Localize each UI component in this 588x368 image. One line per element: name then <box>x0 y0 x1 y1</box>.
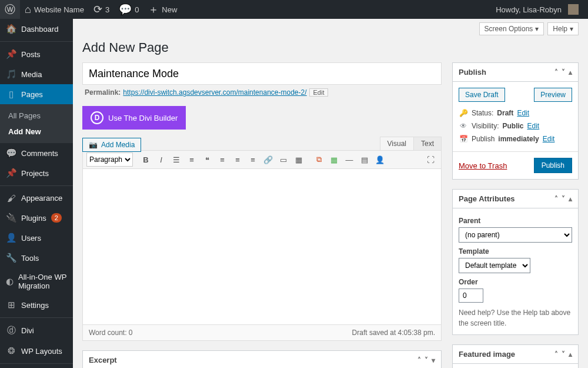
toggle-panel-icon[interactable]: ▴ <box>569 195 572 203</box>
move-up-icon[interactable]: ˄ <box>554 350 558 359</box>
editor-content-area[interactable] <box>83 169 441 324</box>
title-input[interactable] <box>82 62 442 85</box>
collapse-menu[interactable]: ◀Collapse menu <box>0 363 73 368</box>
bold-button[interactable]: B <box>139 152 153 167</box>
publish-box: Publish ˄˅▴ Save Draft Preview 🔑Status: … <box>452 62 579 180</box>
edit-schedule-link[interactable]: Edit <box>543 135 555 143</box>
comments-indicator[interactable]: 💬0 <box>114 0 143 19</box>
move-down-icon[interactable]: ˅ <box>562 195 565 203</box>
menu-wp-layouts[interactable]: ❂WP Layouts <box>0 341 73 361</box>
toolbar-toggle-button[interactable]: ▦ <box>292 152 306 167</box>
order-input[interactable] <box>459 289 483 303</box>
menu-users[interactable]: 👤Users <box>0 228 73 248</box>
menu-divi[interactable]: ⓓDivi <box>0 317 73 341</box>
permalink-link[interactable]: https://divi-switch.agsdevserver.com/mai… <box>123 88 306 97</box>
move-up-icon[interactable]: ˄ <box>417 356 421 364</box>
plugins-badge: 2 <box>51 213 62 223</box>
page-title: Add New Page <box>82 40 579 55</box>
screen-options-button[interactable]: Screen Options ▾ <box>479 22 544 35</box>
submenu-all-pages[interactable]: All Pages <box>0 108 73 124</box>
updates-indicator[interactable]: ⟳3 <box>89 0 114 19</box>
italic-button[interactable]: I <box>154 152 168 167</box>
new-content-button[interactable]: ＋New <box>143 0 182 19</box>
use-divi-builder-button[interactable]: D Use The Divi Builder <box>82 106 186 130</box>
toggle-panel-icon[interactable]: ▴ <box>569 68 572 77</box>
publish-button[interactable]: Publish <box>534 158 572 173</box>
preview-button[interactable]: Preview <box>534 88 572 102</box>
help-button[interactable]: Help ▾ <box>547 22 579 35</box>
move-up-icon[interactable]: ˄ <box>554 68 558 77</box>
admin-side-menu: 🏠Dashboard 📌Posts 🎵Media ▯Pages All Page… <box>0 19 73 368</box>
hr-button[interactable]: — <box>342 152 356 167</box>
save-draft-button[interactable]: Save Draft <box>459 88 505 102</box>
site-name-link[interactable]: ⌂Website Name <box>20 0 89 19</box>
move-down-icon[interactable]: ˅ <box>425 356 428 364</box>
edit-permalink-button[interactable]: Edit <box>309 88 329 97</box>
comment-icon: 💬 <box>6 148 16 158</box>
excerpt-title: Excerpt <box>89 356 117 364</box>
menu-settings[interactable]: ⊞Settings <box>0 295 73 315</box>
avatar <box>568 4 579 15</box>
edit-visibility-link[interactable]: Edit <box>527 122 539 130</box>
tab-visual[interactable]: Visual <box>380 137 414 150</box>
draft-saved-status: Draft saved at 4:05:38 pm. <box>352 329 435 337</box>
menu-posts[interactable]: 📌Posts <box>0 41 73 64</box>
page-attributes-box: Page Attributes ˄˅▴ Parent (no parent) T… <box>452 189 579 335</box>
eye-icon: 👁 <box>459 122 468 130</box>
menu-projects[interactable]: 📌Projects <box>0 163 73 183</box>
pin-icon: 📌 <box>6 49 16 59</box>
move-down-icon[interactable]: ˅ <box>562 68 565 77</box>
site-name-text: Website Name <box>34 5 84 14</box>
align-left-button[interactable]: ≡ <box>215 152 229 167</box>
menu-dashboard[interactable]: 🏠Dashboard <box>0 19 73 39</box>
dashboard-icon: 🏠 <box>6 24 16 34</box>
menu-plugins[interactable]: 🔌Plugins 2 <box>0 208 73 228</box>
home-icon: ⌂ <box>25 4 31 15</box>
link-button[interactable]: 🔗 <box>261 152 275 167</box>
fullscreen-button[interactable]: ⛶ <box>423 152 437 167</box>
template-select[interactable]: Default template <box>459 258 530 273</box>
layouts-icon: ❂ <box>6 346 16 356</box>
more-button[interactable]: ▭ <box>276 152 290 167</box>
refresh-icon: ⟳ <box>93 4 102 15</box>
migrate-icon: ◐ <box>6 276 14 287</box>
user-button[interactable]: 👤 <box>373 152 387 167</box>
divi-icon: ⓓ <box>6 325 16 336</box>
move-to-trash-link[interactable]: Move to Trash <box>459 161 507 170</box>
add-media-button[interactable]: 📷Add Media <box>82 138 141 152</box>
align-right-button[interactable]: ≡ <box>246 152 260 167</box>
comment-icon: 💬 <box>119 4 132 15</box>
menu-appearance[interactable]: 🖌Appearance <box>0 185 73 208</box>
move-down-icon[interactable]: ˅ <box>562 350 565 359</box>
edit-status-link[interactable]: Edit <box>517 109 529 117</box>
icon-picker-1[interactable]: ⧉ <box>312 152 326 167</box>
menu-pages[interactable]: ▯Pages <box>0 84 73 104</box>
menu-aio-migration[interactable]: ◐All-in-One WP Migration <box>0 268 73 295</box>
menu-tools[interactable]: 🔧Tools <box>0 248 73 268</box>
image-button[interactable]: ▤ <box>358 152 372 167</box>
menu-comments[interactable]: 💬Comments <box>0 143 73 163</box>
menu-media[interactable]: 🎵Media <box>0 64 73 84</box>
parent-select[interactable]: (no parent) <box>459 227 572 243</box>
icon-picker-2[interactable]: ▦ <box>327 152 341 167</box>
move-up-icon[interactable]: ˄ <box>554 195 558 203</box>
toggle-panel-icon[interactable]: ▾ <box>432 356 435 364</box>
submenu-add-new[interactable]: Add New <box>0 124 73 140</box>
tab-text[interactable]: Text <box>413 137 442 150</box>
align-center-button[interactable]: ≡ <box>230 152 245 167</box>
calendar-icon: 📅 <box>459 135 468 143</box>
my-account[interactable]: Howdy, Lisa-Robyn <box>491 0 583 19</box>
wp-admin-bar: ⓦ ⌂Website Name ⟳3 💬0 ＋New Howdy, Lisa-R… <box>0 0 588 19</box>
toggle-panel-icon[interactable]: ▴ <box>569 350 572 359</box>
format-select[interactable]: Paragraph <box>86 152 133 167</box>
plus-icon: ＋ <box>148 4 159 15</box>
triangle-down-icon: ▾ <box>535 25 539 33</box>
users-icon: 👤 <box>6 233 16 243</box>
blockquote-button[interactable]: ❝ <box>200 152 214 167</box>
bullet-list-button[interactable]: ☰ <box>169 152 183 167</box>
attributes-help-text: Need help? Use the Help tab above the sc… <box>459 307 572 329</box>
wp-logo[interactable]: ⓦ <box>0 0 20 19</box>
divi-logo-icon: D <box>91 111 103 124</box>
triangle-down-icon: ▾ <box>570 25 573 33</box>
numbered-list-button[interactable]: ≡ <box>185 152 199 167</box>
